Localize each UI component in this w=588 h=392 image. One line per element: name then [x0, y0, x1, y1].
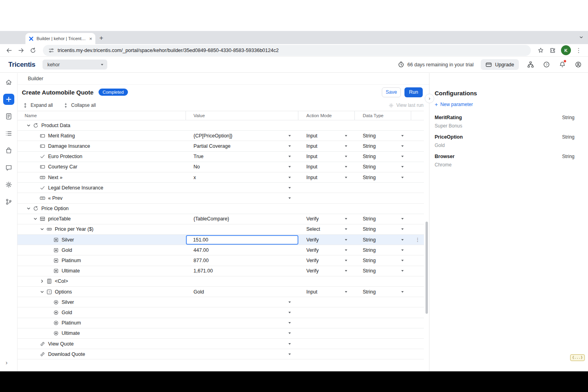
data-type-select[interactable]: String — [355, 172, 411, 182]
data-type-select[interactable]: String — [355, 287, 411, 297]
close-icon[interactable]: × — [89, 36, 92, 41]
dropdown-caret-icon[interactable] — [401, 270, 404, 272]
configuration-parameter[interactable]: PriceOption String Gold — [435, 134, 574, 148]
configuration-parameter[interactable]: MeritRating String Super Bonus — [435, 115, 574, 129]
action-mode-select[interactable]: Verify — [298, 214, 355, 224]
dropdown-caret-icon[interactable] — [288, 197, 291, 199]
new-tab-button[interactable]: + — [99, 34, 103, 42]
dropdown-caret-icon[interactable] — [288, 187, 291, 189]
action-mode-select[interactable]: Select — [298, 224, 355, 234]
table-row[interactable]: Gold 447.00 Verify String — [17, 245, 424, 255]
table-row[interactable]: ? Options Gold Input String — [17, 287, 424, 297]
data-type-select[interactable]: String — [355, 245, 411, 255]
collapse-panel-icon[interactable]: › — [425, 94, 434, 103]
table-row[interactable]: Courtesy Car No Input String — [17, 162, 424, 172]
dropdown-caret-icon[interactable] — [345, 239, 347, 241]
value-cell[interactable] — [186, 349, 298, 359]
row-menu[interactable]: ⋮ — [411, 235, 424, 245]
dropdown-caret-icon[interactable] — [345, 291, 347, 293]
sidebar-item-home[interactable] — [3, 77, 14, 88]
table-row[interactable]: Ultimate 1,671.00 Verify String — [17, 266, 424, 276]
dropdown-caret-icon[interactable] — [345, 249, 347, 251]
table-row[interactable]: OK « Prev — [17, 193, 424, 203]
value-cell[interactable]: 447.00 — [186, 245, 298, 255]
value-cell[interactable] — [186, 328, 298, 338]
dropdown-caret-icon[interactable] — [345, 270, 347, 272]
notifications-bell-icon[interactable] — [558, 60, 567, 69]
vertical-scrollbar[interactable] — [426, 222, 428, 314]
action-mode-select[interactable]: Verify — [298, 245, 355, 255]
value-cell[interactable]: Gold — [186, 287, 298, 297]
browser-tab[interactable]: Builder | kehor | Tricentis Tos × — [25, 33, 95, 44]
collapse-all-button[interactable]: Collapse all — [63, 102, 96, 108]
tricentis-logo[interactable]: Tricentis — [6, 61, 35, 69]
dropdown-caret-icon[interactable] — [288, 166, 291, 168]
dropdown-caret-icon[interactable] — [401, 228, 404, 230]
value-cell[interactable]: {CP[PriceOption]} — [186, 131, 298, 141]
value-cell[interactable]: No — [186, 162, 298, 172]
data-type-select[interactable]: String — [355, 214, 411, 224]
dropdown-caret-icon[interactable] — [288, 322, 291, 324]
value-cell[interactable] — [186, 318, 298, 328]
table-row[interactable]: priceTable {TableCompare} Verify String — [17, 214, 424, 224]
dropdown-caret-icon[interactable] — [345, 145, 347, 147]
dropdown-caret-icon[interactable] — [345, 260, 347, 261]
chevron-down-icon[interactable] — [38, 290, 46, 294]
sidebar-item-bag[interactable] — [3, 145, 14, 156]
dropdown-caret-icon[interactable] — [288, 135, 291, 137]
chevron-down-icon[interactable] — [25, 123, 33, 128]
table-row[interactable]: Silver — [17, 297, 424, 307]
action-mode-select[interactable]: Input — [298, 162, 355, 172]
configuration-parameter[interactable]: Browser String Chrome — [435, 154, 574, 168]
table-row[interactable]: Damage Insurance Partial Coverage Input … — [17, 141, 424, 151]
action-mode-select[interactable]: Verify — [298, 255, 355, 265]
chevron-down-icon[interactable] — [31, 216, 39, 221]
dropdown-caret-icon[interactable] — [345, 228, 347, 230]
workspace-select[interactable]: kehor — [43, 60, 107, 70]
org-structure-icon[interactable] — [526, 60, 535, 69]
table-row[interactable]: Ultimate — [17, 328, 424, 339]
table-row[interactable]: Price per Year ($) Select String — [17, 224, 424, 235]
value-cell[interactable]: 151.00 — [186, 235, 298, 245]
dropdown-caret-icon[interactable] — [401, 249, 404, 251]
dropdown-caret-icon[interactable] — [401, 166, 404, 168]
back-icon[interactable] — [4, 45, 14, 56]
action-mode-select[interactable]: Input — [298, 287, 355, 297]
value-cell[interactable] — [186, 297, 298, 307]
value-cell[interactable]: True — [186, 152, 298, 162]
table-row[interactable]: Download Quote — [17, 349, 424, 359]
chevron-down-icon[interactable] — [25, 206, 33, 211]
data-type-select[interactable]: String — [355, 224, 411, 234]
dropdown-caret-icon[interactable] — [401, 291, 404, 293]
dropdown-caret-icon[interactable] — [288, 353, 291, 355]
json-tool-icon[interactable]: {...} — [570, 354, 585, 361]
dropdown-caret-icon[interactable] — [288, 332, 291, 334]
action-mode-select[interactable]: Verify — [298, 235, 355, 245]
kebab-menu-icon[interactable]: ⋮ — [415, 237, 420, 243]
table-row[interactable]: Platinum — [17, 318, 424, 328]
data-type-select[interactable]: String — [355, 131, 411, 141]
upgrade-button[interactable]: Upgrade — [481, 59, 519, 70]
expand-all-button[interactable]: Expand all — [23, 102, 53, 108]
sidebar-expand-icon[interactable]: › — [6, 359, 8, 366]
url-bar[interactable]: tricentis.my-dev.tricentis.com/_portal/s… — [43, 45, 531, 56]
value-cell[interactable]: Partial Coverage — [186, 141, 298, 151]
help-icon[interactable]: ? — [542, 60, 551, 69]
data-type-select[interactable]: String — [355, 141, 411, 151]
dropdown-caret-icon[interactable] — [345, 166, 347, 168]
table-row[interactable]: View Quote — [17, 339, 424, 349]
sidebar-item-journal[interactable] — [3, 111, 14, 122]
view-last-run-button[interactable]: View last run — [389, 102, 424, 108]
table-row[interactable]: <Col> — [17, 276, 424, 287]
value-cell[interactable] — [186, 193, 298, 203]
dropdown-caret-icon[interactable] — [401, 145, 404, 147]
site-settings-icon[interactable] — [48, 48, 54, 53]
sidebar-item-plus[interactable] — [3, 94, 14, 105]
browser-menu-icon[interactable]: ⋮ — [574, 47, 583, 54]
value-cell[interactable] — [186, 183, 298, 193]
dropdown-caret-icon[interactable] — [288, 145, 291, 147]
dropdown-caret-icon[interactable] — [401, 156, 404, 157]
tab-overflow-icon[interactable] — [579, 35, 584, 40]
dropdown-caret-icon[interactable] — [345, 156, 347, 157]
dropdown-caret-icon[interactable] — [288, 301, 291, 303]
